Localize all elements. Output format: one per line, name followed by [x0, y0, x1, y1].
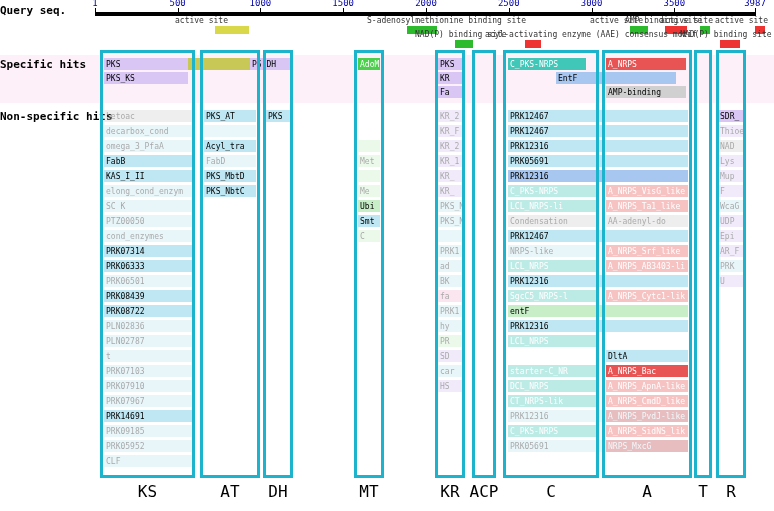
- ruler-tick: [426, 8, 427, 16]
- motif-label: NAD(P) binding site: [680, 30, 772, 39]
- ruler-tick: [95, 8, 96, 16]
- region-label-AT: AT: [220, 482, 239, 501]
- ruler-tick: [343, 8, 344, 16]
- ruler-tick-label: 1000: [250, 0, 272, 8]
- sequence-ruler: 15001000150020002500300035003987: [95, 4, 755, 16]
- motif-mark: [455, 40, 473, 48]
- region-box-KR: [435, 50, 465, 478]
- region-label-ACP: ACP: [470, 482, 499, 501]
- region-label-MT: MT: [359, 482, 378, 501]
- region-box-C: [503, 50, 599, 478]
- region-label-T: T: [698, 482, 708, 501]
- nonspecific-hits-label: Non-specific hits: [0, 110, 113, 123]
- ruler-tick-label: 2000: [415, 0, 437, 8]
- region-label-KR: KR: [440, 482, 459, 501]
- ruler-tick: [178, 8, 179, 16]
- cdd-domain-graphic: Query seq. Specific hits Non-specific hi…: [0, 0, 774, 511]
- ruler-tick-label: 2500: [498, 0, 520, 8]
- ruler-tick-label: 1500: [332, 0, 354, 8]
- motif-mark: [525, 40, 541, 48]
- region-box-MT: [354, 50, 384, 478]
- ruler-tick: [260, 8, 261, 16]
- region-box-DH: [263, 50, 293, 478]
- motif-label: S-adenosylmethionine binding site: [367, 16, 526, 25]
- ruler-tick: [674, 8, 675, 16]
- region-box-T: [694, 50, 712, 478]
- region-label-KS: KS: [138, 482, 157, 501]
- region-box-R: [716, 50, 746, 478]
- region-label-R: R: [726, 482, 736, 501]
- ruler-tick: [509, 8, 510, 16]
- query-seq-label: Query seq.: [0, 4, 66, 17]
- region-label-DH: DH: [268, 482, 287, 501]
- ruler-tick: [592, 8, 593, 16]
- region-box-A: [602, 50, 692, 478]
- motif-label: acyl-activating enzyme (AAE) consensus m…: [485, 30, 697, 39]
- motif-label: active site: [175, 16, 228, 25]
- motif-label: AMP binding site: [625, 16, 702, 25]
- ruler-tick-label: 500: [169, 0, 185, 8]
- region-box-AT: [200, 50, 260, 478]
- region-box-KS: [100, 50, 195, 478]
- region-label-C: C: [546, 482, 556, 501]
- ruler-tick-label: 3987: [744, 0, 766, 8]
- region-box-ACP: [472, 50, 496, 478]
- ruler-tick-label: 1: [92, 0, 97, 8]
- region-label-A: A: [642, 482, 652, 501]
- ruler-tick-label: 3000: [581, 0, 603, 8]
- ruler-tick: [755, 8, 756, 16]
- specific-hits-label: Specific hits: [0, 58, 86, 71]
- motif-mark: [720, 40, 740, 48]
- motif-label: active site: [715, 16, 768, 25]
- ruler-tick-label: 3500: [664, 0, 686, 8]
